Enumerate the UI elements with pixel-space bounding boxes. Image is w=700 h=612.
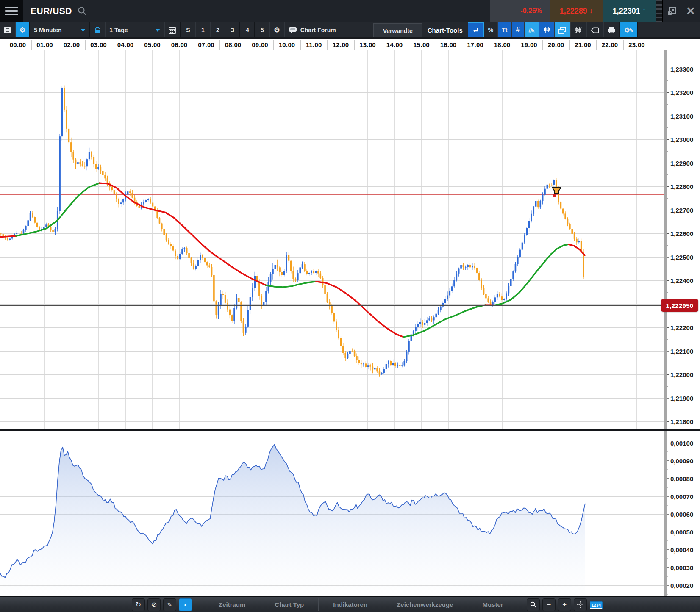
time-label: 14:00 bbox=[381, 40, 408, 50]
zoom-search-button[interactable] bbox=[527, 598, 540, 611]
time-axis[interactable]: 00:0001:0002:0003:0004:0005:0006:0007:00… bbox=[0, 37, 700, 50]
svg-text:1,23100: 1,23100 bbox=[670, 113, 693, 120]
interval-select[interactable]: 5 Minuten bbox=[30, 22, 90, 38]
time-label: 00:00 bbox=[4, 40, 32, 50]
gear-pencil-icon: ⚙✎ bbox=[624, 26, 633, 34]
svg-text:1,22800: 1,22800 bbox=[670, 183, 693, 190]
sell-price-button[interactable]: 1,22289 ↓ bbox=[550, 0, 603, 22]
zoom-preset-3[interactable]: 3 bbox=[225, 22, 240, 38]
grid-toggle-button[interactable]: # bbox=[511, 22, 524, 38]
time-label: 08:00 bbox=[219, 40, 247, 50]
svg-text:0,00020: 0,00020 bbox=[670, 582, 693, 589]
eraser-button[interactable] bbox=[586, 22, 603, 38]
gear-icon: ⚙ bbox=[19, 27, 25, 33]
main-chart-panel: 1,233001,232001,231001,230001,229001,228… bbox=[0, 50, 700, 429]
related-markets-button[interactable]: Verwandte bbox=[373, 23, 422, 38]
zoom-preset-2[interactable]: 2 bbox=[210, 22, 225, 38]
time-label: 10:00 bbox=[273, 40, 301, 50]
data-values-button[interactable]: 1234 bbox=[590, 601, 603, 609]
search-icon[interactable] bbox=[77, 6, 87, 16]
menu-muster[interactable]: Muster bbox=[468, 598, 518, 611]
calendar-button[interactable] bbox=[164, 22, 181, 38]
restore-window-button[interactable] bbox=[663, 0, 681, 22]
trading-app-window: { "titlebar": { "symbol": "EUR/USD", "ch… bbox=[0, 0, 700, 612]
chart-settings-button[interactable]: ⚙ bbox=[15, 22, 30, 38]
main-menu-button[interactable] bbox=[0, 0, 23, 22]
windows-layout-button[interactable] bbox=[554, 22, 570, 38]
chart-forum-label: Chart Forum bbox=[300, 27, 336, 33]
zoom-preset-4[interactable]: 4 bbox=[240, 22, 255, 38]
print-button[interactable] bbox=[603, 22, 620, 38]
printer-icon bbox=[608, 27, 616, 34]
percent-scale-button[interactable]: % bbox=[484, 22, 497, 38]
lock-open-icon bbox=[94, 27, 101, 34]
percent-icon: % bbox=[488, 27, 493, 33]
svg-text:1,23200: 1,23200 bbox=[670, 89, 693, 96]
text-annotation-button[interactable]: Tt bbox=[497, 22, 511, 38]
menu-zeichenwerkzeuge[interactable]: Zeichenwerkzeuge bbox=[382, 598, 467, 611]
grid-icon: # bbox=[516, 26, 519, 34]
chart-forum-button[interactable]: Chart Forum bbox=[284, 22, 340, 38]
draw-on-grid-button[interactable]: #✎ bbox=[524, 22, 539, 38]
svg-text:0,00040: 0,00040 bbox=[670, 546, 693, 554]
svg-text:0,00060: 0,00060 bbox=[670, 511, 693, 518]
zoom-preset-label: S bbox=[186, 27, 190, 33]
calendar-icon bbox=[169, 26, 176, 34]
settings-button[interactable]: ⚙ bbox=[269, 22, 284, 38]
hamburger-icon bbox=[5, 5, 18, 17]
svg-text:1,22900: 1,22900 bbox=[670, 160, 693, 167]
time-label: 02:00 bbox=[58, 40, 86, 50]
bottom-toolbar: ↻ ⊘ ✎ ▲▼ Zeitraum Chart Typ Indikatoren … bbox=[0, 596, 700, 612]
svg-text:1,22400: 1,22400 bbox=[670, 277, 693, 284]
time-label: 04:00 bbox=[112, 40, 139, 50]
zoom-preset-seconds[interactable]: S bbox=[181, 22, 195, 38]
close-window-button[interactable]: ✕ bbox=[681, 0, 700, 22]
draw-button[interactable]: ✎ bbox=[163, 598, 176, 611]
text-tool-icon: Tt bbox=[502, 27, 507, 33]
instrument-title: EUR/USD bbox=[31, 6, 72, 16]
zoom-out-button[interactable]: − bbox=[542, 598, 556, 611]
buy-price-button[interactable]: 1,22301 ↑ bbox=[603, 0, 656, 22]
candle-pattern-icon bbox=[575, 26, 582, 34]
eraser-icon bbox=[591, 27, 599, 33]
time-label: 16:00 bbox=[435, 40, 462, 50]
window-drag-grip[interactable] bbox=[656, 0, 663, 22]
candlestick-icon bbox=[543, 26, 550, 34]
refresh-button[interactable]: ↻ bbox=[132, 598, 145, 611]
chat-bubble-icon bbox=[289, 27, 297, 34]
undo-button[interactable] bbox=[468, 22, 484, 38]
refresh-icon: ↻ bbox=[136, 601, 141, 609]
lock-interval-button[interactable] bbox=[90, 22, 105, 38]
price-down-arrow-icon: ↓ bbox=[589, 7, 593, 15]
svg-text:0,00070: 0,00070 bbox=[670, 493, 693, 500]
svg-text:0,00080: 0,00080 bbox=[670, 475, 693, 482]
svg-text:0,00050: 0,00050 bbox=[670, 529, 693, 536]
menu-zeitraum[interactable]: Zeitraum bbox=[204, 598, 260, 611]
time-label: 20:00 bbox=[542, 40, 570, 50]
menu-chart-typ[interactable]: Chart Typ bbox=[260, 598, 318, 611]
menu-indikatoren[interactable]: Indikatoren bbox=[318, 598, 382, 611]
range-select[interactable]: 1 Tage bbox=[105, 22, 164, 38]
candle-pattern-button[interactable] bbox=[570, 22, 586, 38]
zoom-in-button[interactable]: + bbox=[558, 598, 571, 611]
magnifier-icon bbox=[530, 601, 536, 608]
svg-text:1,22700: 1,22700 bbox=[670, 207, 693, 214]
main-chart-canvas[interactable]: 1,233001,232001,231001,230001,229001,228… bbox=[0, 50, 700, 429]
chart-type-candle-button[interactable] bbox=[539, 22, 554, 38]
zoom-preset-label: 5 bbox=[261, 27, 264, 33]
zoom-preset-5[interactable]: 5 bbox=[255, 22, 269, 38]
ask-price: 1,22301 bbox=[613, 7, 640, 16]
svg-text:1,22500: 1,22500 bbox=[670, 254, 693, 261]
indicator-canvas[interactable]: 0,001000,000900,000800,000700,000600,000… bbox=[0, 431, 700, 596]
watchlist-button[interactable] bbox=[0, 22, 15, 38]
chart-toolbar: ⚙ 5 Minuten 1 Tage S 1 2 3 4 5 ⚙ Chart F… bbox=[0, 22, 700, 38]
clear-drawings-button[interactable]: ⊘ bbox=[147, 598, 161, 611]
svg-text:1,21800: 1,21800 bbox=[670, 418, 693, 425]
crosshair-button[interactable] bbox=[574, 598, 587, 611]
time-label: 21:00 bbox=[569, 40, 597, 50]
edit-settings-button[interactable]: ⚙✎ bbox=[620, 22, 638, 38]
back-arrow-icon bbox=[472, 27, 480, 33]
time-label: 23:00 bbox=[623, 40, 651, 50]
zoom-preset-1[interactable]: 1 bbox=[195, 22, 210, 38]
auto-scale-button[interactable]: ▲▼ bbox=[179, 598, 192, 611]
